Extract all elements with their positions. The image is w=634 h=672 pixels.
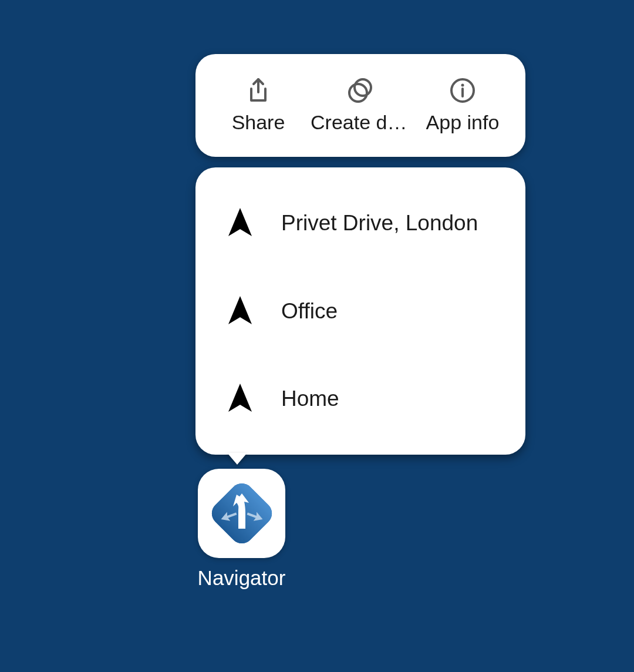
shortcut-label: Privet Drive, London xyxy=(281,211,478,236)
navigator-app-icon xyxy=(198,469,285,558)
shortcut-label: Home xyxy=(281,387,339,411)
app-launcher-item[interactable]: Navigator xyxy=(198,469,285,590)
app-info-label: App info xyxy=(426,111,500,134)
actions-panel: Share Create du… App info xyxy=(195,54,525,157)
duplicate-icon xyxy=(346,77,375,104)
app-info-button[interactable]: App info xyxy=(412,54,514,157)
shortcut-label: Office xyxy=(281,299,338,324)
navigate-arrow-icon xyxy=(224,295,257,328)
create-duplicate-button[interactable]: Create du… xyxy=(309,54,412,157)
app-name-label: Navigator xyxy=(198,566,286,590)
navigate-arrow-icon xyxy=(224,382,257,415)
info-icon xyxy=(449,77,476,104)
navigate-arrow-icon xyxy=(224,207,257,240)
share-button[interactable]: Share xyxy=(207,54,309,157)
shortcuts-panel: Privet Drive, London Office Home xyxy=(195,167,525,455)
shortcut-privet-drive[interactable]: Privet Drive, London xyxy=(195,179,525,267)
svg-point-0 xyxy=(355,79,371,96)
shortcut-home[interactable]: Home xyxy=(195,355,525,443)
shortcut-office[interactable]: Office xyxy=(195,267,525,355)
panel-pointer xyxy=(227,453,247,465)
create-duplicate-label: Create du… xyxy=(311,111,410,134)
share-icon xyxy=(246,77,271,104)
svg-point-3 xyxy=(461,84,464,87)
share-label: Share xyxy=(232,111,285,134)
